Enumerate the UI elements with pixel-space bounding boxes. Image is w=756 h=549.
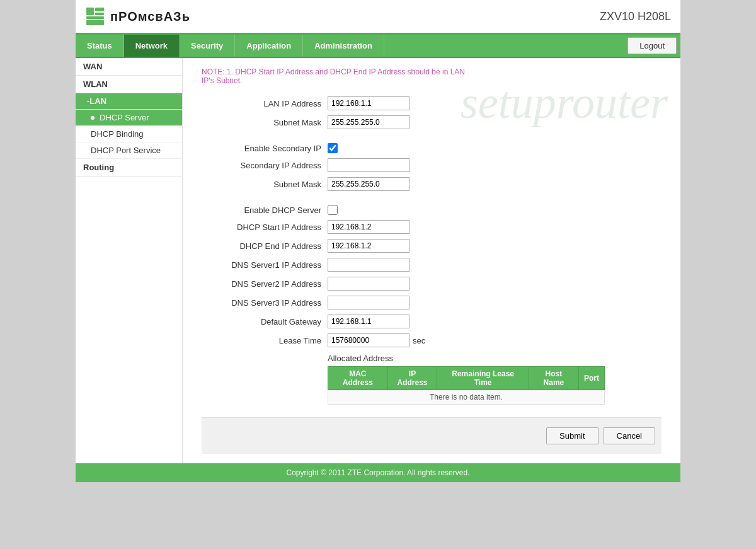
- lease-input[interactable]: [328, 333, 410, 347]
- content-area: setuprouter NOTE: 1. DHCP Start IP Addre…: [183, 58, 680, 463]
- dhcp-start-input[interactable]: [328, 220, 410, 234]
- dns2-row: DNS Server2 IP Address: [202, 277, 662, 291]
- svg-rect-2: [95, 13, 104, 15]
- dhcp-end-row: DHCP End IP Address: [202, 239, 662, 253]
- dns1-input[interactable]: [328, 258, 410, 272]
- enable-secondary-checkbox[interactable]: [328, 143, 338, 153]
- logo-area: пРОмсвАЗь: [85, 6, 190, 26]
- svg-rect-4: [86, 20, 104, 25]
- tab-security[interactable]: Security: [180, 35, 235, 57]
- lease-row: Lease Time sec: [202, 333, 662, 347]
- buttons-row: Submit Cancel: [202, 417, 662, 454]
- sidebar-item-wlan[interactable]: WLAN: [76, 76, 182, 93]
- svg-rect-0: [86, 8, 94, 15]
- enable-dhcp-label: Enable DHCP Server: [202, 205, 328, 215]
- lan-ip-input[interactable]: [328, 96, 410, 110]
- logo-icon: [85, 6, 105, 26]
- col-ip: IP Address: [387, 367, 437, 390]
- note-text: NOTE: 1. DHCP Start IP Address and DHCP …: [202, 67, 466, 85]
- col-hostname: Host Name: [529, 367, 578, 390]
- col-mac: MAC Address: [328, 367, 388, 390]
- dhcp-end-label: DHCP End IP Address: [202, 241, 328, 251]
- empty-message: There is no data item.: [328, 390, 605, 405]
- secondary-ip-label: Secondary IP Address: [202, 161, 328, 170]
- enable-secondary-label: Enable Secondary IP: [202, 144, 328, 153]
- enable-dhcp-row: Enable DHCP Server: [202, 205, 662, 215]
- tab-status[interactable]: Status: [76, 35, 124, 57]
- cancel-button[interactable]: Cancel: [604, 427, 655, 444]
- subnet-mask-1-label: Subnet Mask: [202, 118, 328, 127]
- dns2-label: DNS Server2 IP Address: [202, 279, 328, 289]
- allocated-title: Allocated Address: [328, 354, 662, 363]
- allocated-section: Allocated Address MAC Address IP Address…: [202, 354, 662, 405]
- sidebar-item-dhcp-port-service[interactable]: DHCP Port Service: [76, 142, 182, 159]
- copyright-text: Copyright © 2011 ZTE Corporation. All ri…: [287, 468, 470, 477]
- dns2-input[interactable]: [328, 277, 410, 291]
- header: пРОмсвАЗь ZXV10 H208L: [76, 0, 680, 35]
- col-port: Port: [578, 367, 604, 390]
- sidebar-item-dhcp-binding[interactable]: DHCP Binding: [76, 126, 182, 142]
- submit-button[interactable]: Submit: [546, 427, 598, 444]
- logout-button[interactable]: Logout: [627, 37, 677, 54]
- subnet-mask-1-input[interactable]: [328, 115, 410, 129]
- table-empty-row: There is no data item.: [328, 390, 605, 405]
- gateway-label: Default Gateway: [202, 317, 328, 327]
- subnet-mask-2-row: Subnet Mask: [202, 177, 662, 191]
- sidebar-item-routing[interactable]: Routing: [76, 159, 182, 176]
- footer: Copyright © 2011 ZTE Corporation. All ri…: [76, 463, 680, 482]
- dhcp-start-row: DHCP Start IP Address: [202, 220, 662, 234]
- dot-icon: [91, 116, 94, 120]
- tab-network[interactable]: Network: [124, 35, 180, 57]
- dhcp-start-label: DHCP Start IP Address: [202, 222, 328, 232]
- gateway-input[interactable]: [328, 315, 410, 328]
- dns3-row: DNS Server3 IP Address: [202, 296, 662, 309]
- secondary-ip-row: Secondary IP Address: [202, 158, 662, 172]
- svg-rect-3: [86, 16, 104, 19]
- dns3-input[interactable]: [328, 296, 410, 309]
- lan-ip-row: LAN IP Address: [202, 96, 662, 110]
- enable-dhcp-checkbox[interactable]: [328, 205, 338, 215]
- subnet-mask-2-input[interactable]: [328, 177, 410, 191]
- sidebar-item-lan[interactable]: -LAN: [76, 93, 182, 110]
- subnet-mask-2-label: Subnet Mask: [202, 180, 328, 189]
- sidebar-item-dhcp-server[interactable]: DHCP Server: [76, 110, 182, 126]
- lan-ip-label: LAN IP Address: [202, 99, 328, 108]
- sidebar: WAN WLAN -LAN DHCP Server DHCP Binding D…: [76, 58, 183, 463]
- dns3-label: DNS Server3 IP Address: [202, 298, 328, 308]
- sidebar-item-wan[interactable]: WAN: [76, 58, 182, 76]
- device-name: ZXV10 H208L: [600, 10, 671, 23]
- dhcp-end-input[interactable]: [328, 239, 410, 253]
- enable-secondary-row: Enable Secondary IP: [202, 143, 662, 153]
- lease-label: Lease Time: [202, 336, 328, 345]
- navbar: Status Network Security Application Admi…: [76, 35, 680, 58]
- svg-rect-1: [95, 8, 104, 11]
- gateway-row: Default Gateway: [202, 315, 662, 328]
- content-inner: NOTE: 1. DHCP Start IP Address and DHCP …: [202, 67, 662, 454]
- subnet-mask-1-row: Subnet Mask: [202, 115, 662, 129]
- tab-application[interactable]: Application: [235, 35, 303, 57]
- lease-unit: sec: [413, 336, 425, 345]
- secondary-ip-input[interactable]: [328, 158, 410, 172]
- tab-administration[interactable]: Administration: [303, 35, 384, 57]
- col-lease: Remaining Lease Time: [437, 367, 529, 390]
- allocated-table: MAC Address IP Address Remaining Lease T…: [328, 366, 605, 405]
- table-header-row: MAC Address IP Address Remaining Lease T…: [328, 367, 605, 390]
- main-content: WAN WLAN -LAN DHCP Server DHCP Binding D…: [76, 58, 680, 463]
- logo-text: пРОмсвАЗь: [110, 9, 190, 24]
- dns1-label: DNS Server1 IP Address: [202, 260, 328, 270]
- dns1-row: DNS Server1 IP Address: [202, 258, 662, 272]
